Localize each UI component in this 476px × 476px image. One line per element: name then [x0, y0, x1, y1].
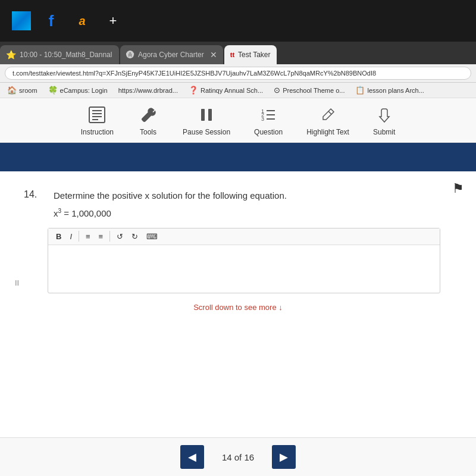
bookmark-sroom-icon: 🏠	[7, 86, 17, 95]
tools-icon	[137, 104, 159, 126]
flag-icon[interactable]: ⚑	[452, 181, 464, 196]
toolbar-highlight[interactable]: Highlight Text	[306, 104, 349, 136]
svg-rect-6	[208, 109, 212, 121]
pause-icon	[196, 104, 217, 126]
content-area: ⚑ 14. Determine the positive x solution …	[0, 143, 476, 476]
tab-agora-label: Agora Cyber Charter	[138, 51, 204, 59]
tab-testtaker[interactable]: tt Test Taker	[224, 45, 277, 64]
bookmarks-bar: 🏠 sroom 🍀 eCampus: Login https://www.drb…	[0, 83, 476, 98]
toolbar-submit[interactable]: Submit	[373, 104, 395, 136]
browser: ⭐ 10:00 - 10:50_Math8_Dannal ✕ 🅐 Agora C…	[0, 42, 476, 476]
tab-testtaker-label: Test Taker	[238, 51, 270, 59]
address-bar-row: t.com/testtaker/viewtest.html?q=XFJnSjEn…	[0, 64, 476, 83]
scroll-down[interactable]: Scroll down to see more ↓	[24, 303, 452, 312]
page-info: 14 of 16	[222, 452, 254, 462]
answer-editor[interactable]: B I ≡ ≡ ↺ ↻ ⌨	[48, 228, 440, 293]
bookmark-ratinqy[interactable]: ❓ Ratinqy Annual Sch...	[186, 84, 265, 96]
bookmark-drbrad[interactable]: https://www.drbrad...	[116, 86, 180, 95]
bookmark-ratinqy-label: Ratinqy Annual Sch...	[201, 87, 263, 94]
bookmark-preschool-icon: ⊙	[274, 86, 280, 95]
bookmark-sroom-label: sroom	[19, 87, 37, 94]
question-icon: 1 2 3	[258, 104, 279, 126]
add-tab-icon[interactable]: +	[102, 10, 124, 32]
keyboard-button[interactable]: ⌨	[143, 231, 161, 242]
left-marker: II	[15, 278, 19, 287]
unordered-list-button[interactable]: ≡	[83, 231, 93, 242]
svg-line-13	[328, 111, 331, 114]
pause-label: Pause Session	[183, 128, 230, 136]
bookmark-ecampus[interactable]: 🍀 eCampus: Login	[46, 84, 110, 96]
facebook-icon[interactable]: f	[40, 10, 62, 32]
submit-label: Submit	[373, 128, 395, 136]
tab-bar: ⭐ 10:00 - 10:50_Math8_Dannal ✕ 🅐 Agora C…	[0, 42, 476, 64]
toolbar: Instruction Tools Pause Session	[0, 98, 476, 143]
scroll-down-label: Scroll down to see more ↓	[193, 303, 283, 312]
bookmark-drbrad-label: https://www.drbrad...	[118, 87, 178, 94]
next-button[interactable]: ▶	[272, 445, 296, 469]
bookmark-sroom[interactable]: 🏠 sroom	[5, 84, 40, 96]
tab-math-label: 10:00 - 10:50_Math8_Dannal	[20, 51, 112, 59]
prev-button[interactable]: ◀	[180, 445, 204, 469]
bookmark-ecampus-label: eCampus: Login	[60, 87, 108, 94]
undo-button[interactable]: ↺	[114, 231, 126, 242]
instruction-label: Instruction	[81, 128, 114, 136]
address-bar[interactable]: t.com/testtaker/viewtest.html?q=XFJnSjEn…	[5, 67, 471, 80]
highlight-label: Highlight Text	[306, 128, 349, 136]
tab-agora-icon: 🅐	[126, 50, 134, 60]
bookmark-lesson[interactable]: 📋 lesson plans Arch...	[353, 84, 426, 96]
ordered-list-button[interactable]: ≡	[96, 231, 107, 242]
bold-button[interactable]: B	[53, 231, 64, 242]
instruction-icon	[86, 104, 108, 126]
tools-label: Tools	[140, 128, 156, 136]
tab-agora[interactable]: 🅐 Agora Cyber Charter ✕	[120, 45, 223, 64]
tab-testtaker-icon: tt	[230, 51, 234, 58]
svg-text:3: 3	[261, 116, 264, 122]
bookmark-preschool-label: Preschool Theme o...	[283, 87, 345, 94]
bookmark-lesson-label: lesson plans Arch...	[367, 87, 424, 94]
toolbar-divider-2	[109, 231, 110, 242]
question-number: 14.	[24, 189, 42, 200]
question-equation: x3 = 1,000,000	[54, 208, 452, 218]
question-text: Determine the positive x solution for th…	[54, 189, 287, 203]
tab-math-close[interactable]: ✕	[118, 50, 119, 60]
editor-body[interactable]	[48, 245, 440, 293]
toolbar-tools[interactable]: Tools	[137, 104, 159, 136]
toolbar-pause[interactable]: Pause Session	[183, 104, 230, 136]
svg-rect-5	[201, 109, 205, 121]
bookmark-preschool[interactable]: ⊙ Preschool Theme o...	[271, 84, 347, 96]
windows-icon[interactable]	[12, 11, 31, 30]
blue-banner	[0, 143, 476, 171]
tab-agora-close[interactable]: ✕	[210, 50, 217, 60]
italic-button[interactable]: I	[67, 231, 75, 242]
toolbar-instruction[interactable]: Instruction	[81, 104, 114, 136]
bottom-nav: ◀ 14 of 16 ▶	[0, 437, 476, 476]
bookmark-lesson-icon: 📋	[355, 86, 365, 95]
question-row: 14. Determine the positive x solution fo…	[24, 189, 452, 203]
question-label: Question	[254, 128, 283, 136]
toolbar-divider-1	[79, 231, 79, 242]
app-area: Instruction Tools Pause Session	[0, 98, 476, 476]
editor-toolbar: B I ≡ ≡ ↺ ↻ ⌨	[48, 228, 440, 245]
amazon-icon[interactable]: a	[71, 10, 93, 32]
toolbar-question[interactable]: 1 2 3 Question	[254, 104, 283, 136]
svg-rect-0	[89, 107, 105, 123]
highlight-icon	[317, 104, 339, 126]
bookmark-ecampus-icon: 🍀	[48, 86, 58, 95]
redo-button[interactable]: ↻	[129, 231, 141, 242]
submit-icon	[374, 104, 395, 126]
bookmark-ratinqy-icon: ❓	[189, 86, 198, 95]
taskbar: f a +	[0, 0, 476, 42]
question-area: ⚑ 14. Determine the positive x solution …	[0, 171, 476, 437]
tab-math[interactable]: ⭐ 10:00 - 10:50_Math8_Dannal ✕	[0, 45, 119, 64]
tab-math-icon: ⭐	[6, 50, 16, 60]
